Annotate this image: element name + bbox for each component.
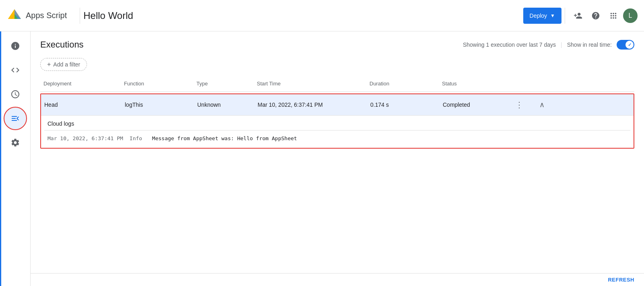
log-level: Info bbox=[130, 135, 146, 141]
cell-collapse: ∧ bbox=[536, 99, 552, 111]
col-actions bbox=[511, 79, 535, 88]
header-vdivider bbox=[80, 8, 80, 24]
pipe-separator: | bbox=[561, 41, 562, 48]
sidebar-item-executions[interactable] bbox=[4, 107, 27, 130]
col-deployment: Deployment bbox=[40, 79, 121, 88]
sidebar-item-triggers[interactable] bbox=[4, 83, 27, 106]
cell-actions: ⋮ bbox=[512, 98, 536, 111]
executions-meta: Showing 1 execution over last 7 days | S… bbox=[463, 40, 634, 50]
app-name-label: Apps Script bbox=[26, 11, 67, 20]
header-vdivider2 bbox=[565, 8, 565, 24]
add-person-button[interactable] bbox=[570, 8, 586, 24]
col-duration: Duration bbox=[366, 79, 439, 88]
toggle-thumb: ✓ bbox=[625, 41, 634, 49]
add-filter-label: Add a filter bbox=[53, 61, 80, 68]
col-start-time: Start Time bbox=[254, 79, 366, 88]
col-function: Function bbox=[121, 79, 193, 88]
log-entry: Mar 10, 2022, 6:37:41 PM Info Message fr… bbox=[44, 134, 630, 143]
executions-header: Executions Showing 1 execution over last… bbox=[31, 31, 644, 55]
collapse-row-button[interactable]: ∧ bbox=[539, 100, 545, 109]
add-filter-plus-icon: + bbox=[47, 61, 51, 68]
grid-menu-icon bbox=[609, 11, 618, 20]
executions-icon bbox=[10, 114, 20, 123]
deploy-button-label: Deploy bbox=[530, 12, 547, 19]
refresh-button[interactable]: REFRESH bbox=[608, 277, 634, 283]
col-expand bbox=[535, 79, 551, 88]
table-row: Head logThis Unknown Mar 10, 2022, 6:37:… bbox=[41, 94, 634, 115]
toggle-checkmark-icon: ✓ bbox=[628, 42, 632, 48]
table-header-row: Deployment Function Type Start Time Dura… bbox=[40, 76, 634, 92]
cell-start-time: Mar 10, 2022, 6:37:41 PM bbox=[254, 100, 367, 110]
sidebar-item-editor[interactable] bbox=[4, 59, 27, 81]
executions-title: Executions bbox=[40, 39, 84, 50]
realtime-label: Show in real time: bbox=[567, 41, 612, 48]
main-layout: Executions Showing 1 execution over last… bbox=[0, 31, 644, 286]
executions-summary: Showing 1 execution over last 7 days bbox=[463, 41, 556, 48]
sidebar-item-overview[interactable] bbox=[4, 35, 27, 57]
project-name-label: Hello World bbox=[83, 10, 133, 21]
cell-type: Unknown bbox=[194, 100, 254, 110]
help-button[interactable] bbox=[588, 8, 604, 24]
cell-duration: 0.174 s bbox=[367, 100, 440, 110]
executions-table: Deployment Function Type Start Time Dura… bbox=[31, 76, 644, 273]
more-options-button[interactable]: ⋮ bbox=[515, 100, 523, 110]
help-icon bbox=[591, 11, 600, 20]
app-logo: Apps Script bbox=[6, 8, 67, 24]
add-filter-button[interactable]: + Add a filter bbox=[40, 58, 87, 71]
cell-deployment: Head bbox=[41, 100, 122, 110]
col-type: Type bbox=[193, 79, 254, 88]
cell-function: logThis bbox=[122, 100, 194, 110]
cloud-logs-section: Cloud logs Mar 10, 2022, 6:37:41 PM Info… bbox=[41, 115, 634, 148]
deploy-chevron-icon: ▼ bbox=[550, 13, 555, 19]
code-icon bbox=[10, 65, 20, 75]
sidebar-accent bbox=[0, 31, 1, 286]
deploy-button[interactable]: Deploy ▼ bbox=[523, 8, 561, 24]
clock-icon bbox=[10, 89, 20, 99]
cell-status: Completed bbox=[440, 100, 512, 110]
apps-script-logo-icon bbox=[6, 8, 23, 24]
log-divider bbox=[44, 130, 630, 131]
execution-row-wrapper: Head logThis Unknown Mar 10, 2022, 6:37:… bbox=[40, 93, 634, 149]
log-message: Message from AppSheet was: Hello from Ap… bbox=[152, 135, 297, 141]
grid-menu-button[interactable] bbox=[605, 8, 621, 24]
sidebar-item-settings[interactable] bbox=[4, 131, 27, 154]
content-footer: REFRESH bbox=[31, 273, 644, 286]
header: Apps Script Hello World Deploy ▼ L bbox=[0, 0, 644, 31]
filter-bar: + Add a filter bbox=[31, 55, 644, 76]
info-icon bbox=[10, 41, 20, 51]
settings-icon bbox=[10, 138, 20, 147]
realtime-toggle[interactable]: ✓ bbox=[617, 40, 634, 50]
sidebar bbox=[0, 31, 31, 286]
user-avatar[interactable]: L bbox=[623, 8, 638, 23]
add-person-icon bbox=[574, 11, 582, 20]
col-status: Status bbox=[439, 79, 511, 88]
cloud-logs-title: Cloud logs bbox=[44, 120, 630, 127]
log-timestamp: Mar 10, 2022, 6:37:41 PM bbox=[47, 135, 123, 141]
content-area: Executions Showing 1 execution over last… bbox=[31, 31, 644, 286]
